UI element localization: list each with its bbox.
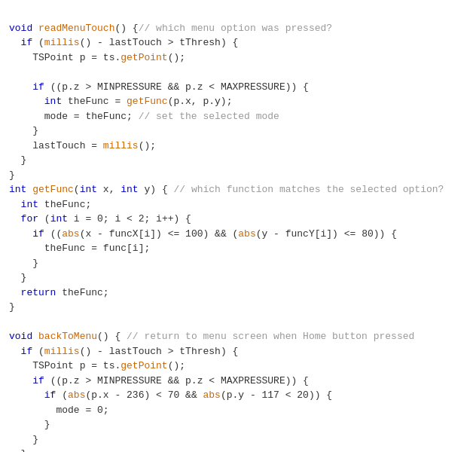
code-editor: void readMenuTouch() {// which menu opti… [9, 6, 467, 452]
